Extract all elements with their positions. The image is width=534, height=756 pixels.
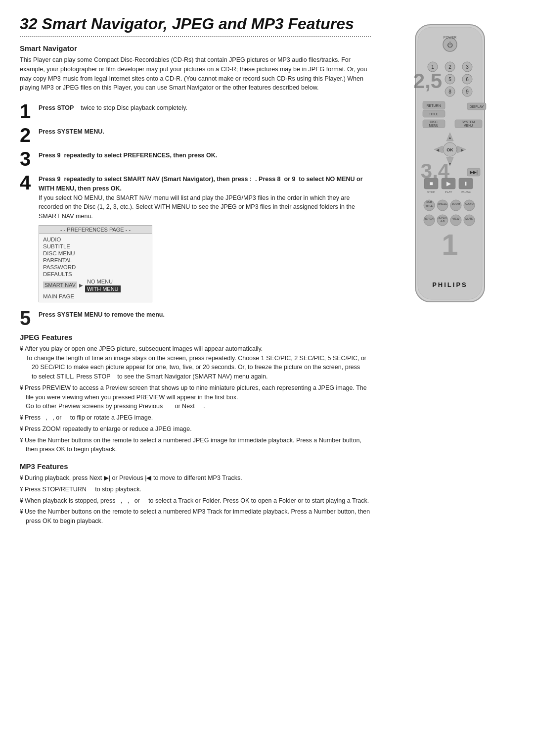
step-4-text: Press 9 repeatedly to select SMART NAV (…	[39, 172, 371, 221]
svg-text:6: 6	[466, 77, 469, 82]
step-1-number: 1	[20, 101, 39, 121]
steps-container: 1 Press STOP twice to stop Disc playback…	[20, 100, 371, 302]
jpeg-section: JPEG Features After you play or open one…	[20, 333, 371, 454]
svg-text:DISPLAY: DISPLAY	[469, 105, 484, 108]
step-5-text: Press SYSTEM MENU to remove the menu.	[39, 307, 165, 318]
pref-header: - - PREFERENCES PAGE - -	[39, 226, 152, 234]
mp3-bullet-4: Use the Number buttons on the remote to …	[20, 507, 371, 526]
step-2-number: 2	[20, 125, 39, 145]
pref-with-menu: WITH MENU	[85, 285, 121, 292]
mp3-bullet-3: When playback is stopped, press , , or t…	[20, 496, 371, 506]
pref-main-page: MAIN PAGE	[43, 293, 148, 300]
step-4-bold: Press 9 repeatedly to select SMART NAV (…	[39, 176, 363, 192]
svg-point-57	[437, 200, 448, 211]
svg-point-70	[464, 215, 475, 226]
svg-text:■: ■	[429, 180, 433, 187]
step-4-subtext: If you select NO MENU, the SMART NAV men…	[39, 194, 355, 220]
step-3-number: 3	[20, 149, 39, 169]
jpeg-indent-1: To change the length of time an image st…	[26, 354, 371, 381]
svg-point-59	[450, 200, 461, 211]
svg-text:PAUSE: PAUSE	[461, 190, 471, 193]
step-5-number: 5	[20, 308, 39, 328]
pref-subtitle: SUBTITLE	[43, 243, 148, 250]
svg-text:⏻: ⏻	[447, 42, 453, 48]
remote-control: ⏻ POWER 1 2 3 5 6 8 9 2,5	[391, 20, 509, 318]
svg-text:OK: OK	[446, 147, 453, 152]
svg-point-68	[450, 215, 461, 226]
svg-text:STOP: STOP	[427, 190, 435, 193]
svg-text:ZOOM: ZOOM	[452, 202, 460, 205]
step-5: 5 Press SYSTEM MENU to remove the menu.	[20, 307, 371, 328]
step-1-text: Press STOP twice to stop Disc playback c…	[39, 100, 371, 113]
section-divider	[20, 36, 371, 37]
svg-text:A-B: A-B	[441, 220, 445, 223]
svg-text:▶▶|: ▶▶|	[470, 170, 478, 175]
jpeg-bullets: After you play or open one JPEG picture,…	[20, 344, 371, 454]
svg-text:REPEAT: REPEAT	[424, 217, 435, 220]
jpeg-indent-2: Go to other Preview screens by pressing …	[26, 402, 371, 411]
pref-password: PASSWORD	[43, 264, 148, 271]
smart-navigator-section: Smart Navigator This Player can play som…	[20, 44, 371, 93]
step-3-bold: Press 9 repeatedly to select PREFERENCES…	[39, 152, 217, 159]
pref-body: AUDIO SUBTITLE DISC MENU PARENTAL PASSWO…	[39, 234, 152, 302]
svg-text:DISC: DISC	[430, 120, 438, 124]
remote-svg: ⏻ POWER 1 2 3 5 6 8 9 2,5	[391, 20, 509, 317]
step-1-bold: Press STOP	[39, 104, 74, 111]
jpeg-bullet-3: Press , , or to flip or rotate a JPEG im…	[20, 413, 371, 423]
svg-text:2,5: 2,5	[413, 69, 442, 93]
step-2-bold: Press SYSTEM MENU.	[39, 128, 104, 135]
jpeg-bullet-5: Use the Number buttons on the remote to …	[20, 436, 371, 455]
svg-point-63	[424, 215, 435, 226]
svg-text:RETURN: RETURN	[426, 104, 441, 107]
svg-text:▶: ▶	[461, 148, 464, 152]
mp3-bullets: During playback, press Next ▶| or Previo…	[20, 473, 371, 526]
smart-navigator-description: This Player can play some Compact Disc-R…	[20, 55, 371, 93]
mp3-bullet-1: During playback, press Next ▶| or Previo…	[20, 473, 371, 483]
step-2-text: Press SYSTEM MENU.	[39, 124, 371, 137]
pref-no-menu: NO MENU	[85, 278, 121, 285]
svg-text:▶: ▶	[446, 180, 451, 187]
svg-text:1: 1	[442, 228, 458, 261]
mp3-bullet-2: Press STOP/RETURN to stop playback.	[20, 485, 371, 494]
mp3-section: MP3 Features During playback, press Next…	[20, 462, 371, 526]
jpeg-bullet-4: Press ZOOM repeatedly to enlarge or redu…	[20, 425, 371, 434]
svg-text:MUTE: MUTE	[465, 217, 473, 220]
jpeg-heading: JPEG Features	[20, 333, 371, 341]
smart-navigator-heading: Smart Navigator	[20, 44, 371, 52]
svg-text:POWER: POWER	[444, 36, 456, 39]
left-content: 32 Smart Navigator, JPEG and MP3 Feature…	[20, 15, 381, 534]
jpeg-bullet-1: After you play or open one JPEG picture,…	[20, 344, 371, 381]
pref-audio: AUDIO	[43, 236, 148, 243]
svg-point-61	[464, 200, 475, 211]
step-3-text: Press 9 repeatedly to select PREFERENCES…	[39, 148, 371, 160]
page-title: 32 Smart Navigator, JPEG and MP3 Feature…	[20, 15, 371, 33]
svg-text:REPEAT: REPEAT	[438, 216, 447, 219]
step-3: 3 Press 9 repeatedly to select PREFERENC…	[20, 148, 371, 169]
pref-disc-menu: DISC MENU	[43, 250, 148, 257]
svg-text:TITLE: TITLE	[426, 204, 433, 207]
svg-text:ANGLE: ANGLE	[438, 202, 447, 205]
step-1: 1 Press STOP twice to stop Disc playback…	[20, 100, 371, 121]
svg-text:2: 2	[448, 64, 451, 70]
pref-arrow: ▶	[79, 283, 83, 288]
svg-text:TITLE: TITLE	[429, 112, 438, 116]
pref-smart-nav-row: SMART NAV ▶ NO MENU WITH MENU	[43, 278, 148, 293]
pref-defaults: DEFAULTS	[43, 271, 148, 278]
right-content: ⏻ POWER 1 2 3 5 6 8 9 2,5	[381, 15, 519, 534]
svg-text:SYSTEM: SYSTEM	[462, 120, 475, 124]
mp3-heading: MP3 Features	[20, 462, 371, 471]
step-5-bold: Press SYSTEM MENU to remove the menu.	[39, 311, 165, 318]
svg-text:AUDIO: AUDIO	[465, 202, 474, 205]
svg-text:3: 3	[466, 64, 469, 70]
svg-text:PHILIPS: PHILIPS	[432, 281, 468, 288]
svg-text:MENU: MENU	[463, 124, 473, 127]
svg-text:PLAY: PLAY	[445, 190, 452, 193]
step-2: 2 Press SYSTEM MENU.	[20, 124, 371, 145]
svg-text:9: 9	[466, 89, 469, 94]
step-4-number: 4	[20, 173, 39, 192]
svg-text:8: 8	[448, 89, 451, 94]
svg-text:5: 5	[448, 77, 451, 82]
svg-text:SUB: SUB	[426, 200, 432, 203]
svg-text:⏸: ⏸	[463, 181, 469, 187]
svg-text:◀: ◀	[436, 148, 440, 152]
